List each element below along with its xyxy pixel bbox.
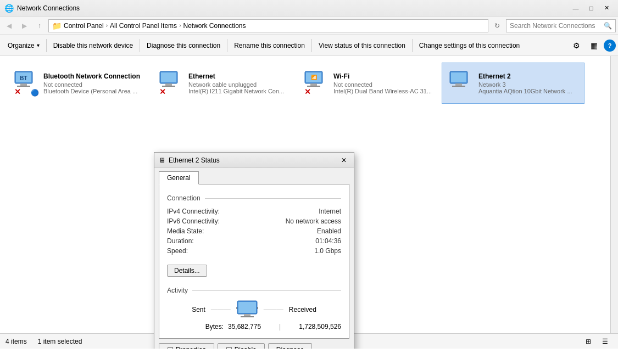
svg-rect-21 <box>241 316 254 317</box>
disable-icon: 🛡 <box>226 346 232 349</box>
diagnose-dialog-button[interactable]: Diagnose <box>268 343 313 349</box>
activity-label: Activity <box>167 287 188 294</box>
view-status-button[interactable]: View status of this connection <box>313 36 411 55</box>
path-connections: Network Connections <box>183 22 246 30</box>
address-bar: ◀ ▶ ↑ 📁 Control Panel › All Control Pane… <box>0 16 618 35</box>
sent-label: Sent <box>192 306 205 313</box>
speed-label: Speed: <box>167 247 188 255</box>
toolbar-separator-5 <box>412 39 413 52</box>
received-bytes: 1,728,509,526 <box>299 323 341 331</box>
activity-section-header: Activity <box>167 287 341 294</box>
tab-general[interactable]: General <box>159 171 199 184</box>
close-button[interactable]: ✕ <box>599 3 614 14</box>
activity-row: Sent ——— ——— Received <box>167 300 341 320</box>
sent-arrow: ——— <box>211 306 231 313</box>
dialog-title: Ethernet 2 Status <box>169 156 220 164</box>
address-path[interactable]: 📁 Control Panel › All Control Panel Item… <box>48 19 488 32</box>
path-allitems: All Control Panel Items <box>110 22 177 30</box>
connection-label: Connection <box>167 194 201 202</box>
dialog-tabs: General <box>154 168 354 184</box>
disable-button[interactable]: Disable this network device <box>48 36 138 55</box>
svg-rect-20 <box>244 314 250 316</box>
toolbar: Organize ▾ Disable this network device D… <box>0 35 618 56</box>
organize-arrow-icon: ▾ <box>37 42 40 48</box>
refresh-button[interactable]: ↻ <box>491 19 504 32</box>
media-value: Enabled <box>317 227 341 235</box>
back-button[interactable]: ◀ <box>2 19 15 32</box>
path-controlpanel: Control Panel <box>64 22 104 30</box>
status-dialog: 🖥 Ethernet 2 Status ✕ General Connection… <box>154 152 354 349</box>
bytes-divider: | <box>279 323 281 331</box>
ipv4-label: IPv4 Connectivity: <box>167 208 220 215</box>
help-button[interactable]: ? <box>604 40 616 52</box>
ipv4-row: IPv4 Connectivity: Internet <box>167 208 341 215</box>
activity-computer-icon <box>236 300 258 320</box>
window-title: Network Connections <box>17 4 80 12</box>
properties-icon: 🛡 <box>167 346 174 349</box>
media-label: Media State: <box>167 227 204 235</box>
bytes-row-container: Bytes: 35,682,775 | 1,728,509,526 <box>167 323 341 331</box>
title-bar: 🌐 Network Connections — □ ✕ <box>0 0 618 16</box>
speed-value: 1.0 Gbps <box>314 247 341 255</box>
speed-row: Speed: 1.0 Gbps <box>167 247 341 255</box>
properties-button[interactable]: 🛡 Properties <box>159 343 214 349</box>
main-content: BT ✕ 🔵 Bluetooth Network Connection Not … <box>0 56 618 349</box>
toolbar-separator-1 <box>46 39 47 52</box>
ipv6-row: IPv6 Connectivity: No network access <box>167 217 341 225</box>
change-settings-button[interactable]: Change settings of this connection <box>414 36 525 55</box>
ipv6-label: IPv6 Connectivity: <box>167 217 220 225</box>
toolbar-separator-3 <box>227 39 227 52</box>
dialog-overlay: 🖥 Ethernet 2 Status ✕ General Connection… <box>0 56 618 349</box>
dialog-close-button[interactable]: ✕ <box>338 155 349 165</box>
disable-dialog-button[interactable]: 🛡 Disable <box>218 343 265 349</box>
minimize-button[interactable]: — <box>569 3 583 14</box>
dialog-content: Connection IPv4 Connectivity: Internet I… <box>159 184 349 339</box>
dialog-icon: 🖥 <box>159 156 165 164</box>
rename-button[interactable]: Rename this connection <box>229 36 310 55</box>
received-label: Received <box>289 306 316 313</box>
duration-label: Duration: <box>167 237 194 245</box>
bytes-label-left: Bytes: <box>167 323 224 331</box>
sent-bytes: 35,682,775 <box>228 323 261 331</box>
media-row: Media State: Enabled <box>167 227 341 235</box>
forward-button[interactable]: ▶ <box>18 19 31 32</box>
connection-line <box>205 198 341 199</box>
view-options-button[interactable]: ⚙ <box>569 38 584 53</box>
ipv6-value: No network access <box>286 217 341 225</box>
toolbar-separator-4 <box>311 39 312 52</box>
search-box[interactable]: 🔍 <box>506 19 616 32</box>
details-button[interactable]: Details... <box>167 265 207 277</box>
received-arrow: ——— <box>264 306 283 313</box>
bytes-left: Bytes: <box>167 323 228 331</box>
search-input[interactable] <box>510 22 602 30</box>
toolbar-separator-2 <box>140 39 140 52</box>
dialog-action-buttons: 🛡 Properties 🛡 Disable Diagnose <box>154 343 354 349</box>
duration-value: 01:04:36 <box>315 237 341 245</box>
layout-button[interactable]: ▦ <box>586 38 602 53</box>
connection-section-header: Connection <box>167 194 341 202</box>
organize-button[interactable]: Organize ▾ <box>2 36 45 55</box>
diagnose-button[interactable]: Diagnose this connection <box>141 36 226 55</box>
up-button[interactable]: ↑ <box>33 19 46 32</box>
svg-rect-19 <box>238 302 256 313</box>
activity-line <box>192 290 341 291</box>
details-btn-wrapper: Details... <box>167 259 341 284</box>
maximize-button[interactable]: □ <box>584 3 598 14</box>
duration-row: Duration: 01:04:36 <box>167 237 341 245</box>
ipv4-value: Internet <box>319 208 341 215</box>
bytes-values: 35,682,775 | 1,728,509,526 <box>228 323 341 331</box>
search-icon: 🔍 <box>604 22 612 30</box>
dialog-titlebar: 🖥 Ethernet 2 Status ✕ <box>154 153 354 168</box>
app-icon: 🌐 <box>4 4 14 13</box>
